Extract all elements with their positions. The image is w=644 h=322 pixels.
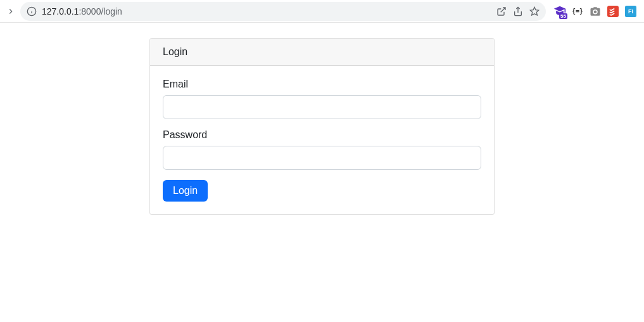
extension-graduation-icon[interactable]: 55: [553, 5, 566, 18]
card-body: Email Password Login: [150, 66, 494, 214]
extension-todoist-icon[interactable]: [607, 5, 619, 18]
extension-braces-icon[interactable]: {=}: [571, 5, 584, 18]
email-group: Email: [163, 79, 481, 119]
extension-icons: 55 {=} FI: [550, 5, 637, 18]
open-external-icon[interactable]: [496, 6, 507, 16]
address-actions: [496, 6, 540, 16]
login-card: Login Email Password Login: [149, 38, 495, 215]
site-info-icon[interactable]: [27, 6, 37, 16]
login-form: Email Password Login: [163, 79, 481, 202]
password-field[interactable]: [163, 146, 481, 170]
password-label: Password: [163, 129, 481, 141]
address-bar[interactable]: 127.0.0.1:8000/login: [20, 2, 546, 21]
extension-camera-icon[interactable]: [589, 5, 602, 18]
extension-fi-icon[interactable]: FI: [624, 5, 637, 18]
extension-badge: 55: [559, 13, 567, 19]
url-host: 127.0.0.1: [42, 6, 79, 16]
bookmark-star-icon[interactable]: [529, 6, 540, 16]
page-content: Login Email Password Login: [0, 23, 644, 215]
email-field[interactable]: [163, 95, 481, 119]
email-label: Email: [163, 79, 481, 90]
svg-line-3: [501, 8, 505, 12]
svg-text:FI: FI: [628, 8, 633, 15]
forward-arrow-icon[interactable]: [5, 6, 16, 17]
card-header: Login: [150, 39, 494, 66]
login-button[interactable]: Login: [163, 180, 208, 202]
svg-marker-5: [530, 7, 538, 15]
password-group: Password: [163, 129, 481, 170]
url-text: 127.0.0.1:8000/login: [42, 6, 491, 16]
share-icon[interactable]: [513, 6, 523, 16]
browser-bar: 127.0.0.1:8000/login 55 {=} FI: [0, 0, 644, 23]
url-rest: :8000/login: [79, 6, 122, 16]
